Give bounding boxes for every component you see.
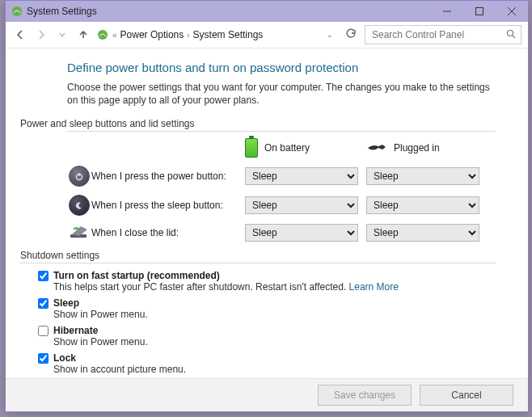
divider <box>67 131 496 132</box>
checkbox-lock[interactable] <box>38 353 49 364</box>
checkbox-fast-startup[interactable] <box>38 271 49 281</box>
search-input[interactable] <box>370 28 506 41</box>
label-lock: Lock <box>53 352 76 364</box>
app-icon <box>11 5 23 18</box>
column-headers: On battery Plugged in <box>67 138 496 158</box>
navbar: « Power Options › System Settings ⌄ <box>6 22 528 48</box>
shutdown-hibernate: Hibernate Show in Power menu. <box>38 325 496 348</box>
section-shutdown-label: Shutdown settings <box>20 250 496 261</box>
cancel-button[interactable]: Cancel <box>420 385 513 406</box>
maximize-button[interactable] <box>463 1 496 22</box>
forward-button[interactable] <box>33 27 49 43</box>
back-button[interactable] <box>12 27 28 43</box>
window-controls <box>431 1 528 22</box>
svg-point-0 <box>12 6 22 16</box>
label-fast-startup: Turn on fast startup (recommended) <box>53 270 220 281</box>
search-box[interactable] <box>365 25 521 44</box>
svg-point-6 <box>508 30 513 36</box>
select-power-battery[interactable]: Sleep <box>245 167 358 185</box>
select-lid-battery[interactable]: Sleep <box>245 224 358 242</box>
breadcrumb-sep: « <box>112 31 117 40</box>
chevron-right-icon: › <box>187 31 189 40</box>
label-hibernate: Hibernate <box>53 325 98 336</box>
refresh-button[interactable] <box>342 28 360 42</box>
close-button[interactable] <box>496 1 528 22</box>
svg-line-7 <box>513 36 515 38</box>
breadcrumb-system-settings[interactable]: System Settings <box>193 29 264 40</box>
battery-icon <box>245 138 258 158</box>
up-button[interactable] <box>75 27 91 43</box>
footer: Save changes Cancel <box>6 378 528 411</box>
window: System Settings « Power Options › System… <box>5 0 529 412</box>
address-bar[interactable]: « Power Options › System Settings ⌄ <box>96 28 337 41</box>
label-power-button: When I press the power button: <box>91 171 245 182</box>
shutdown-fast-startup: Turn on fast startup (recommended) This … <box>38 270 496 293</box>
svg-point-5 <box>98 30 108 40</box>
row-power-button: When I press the power button: Sleep Sle… <box>67 166 496 187</box>
label-sleep-button: When I press the sleep button: <box>91 200 245 211</box>
label-sleep: Sleep <box>53 297 79 309</box>
recent-dropdown[interactable] <box>54 27 70 43</box>
lid-icon <box>67 225 91 241</box>
desc-fast-startup: This helps start your PC faster after sh… <box>53 281 349 293</box>
desc-sleep: Show in Power menu. <box>53 309 496 320</box>
link-learn-more[interactable]: Learn More <box>349 281 399 293</box>
label-close-lid: When I close the lid: <box>91 227 245 238</box>
divider <box>20 263 496 263</box>
minimize-button[interactable] <box>431 1 463 22</box>
breadcrumb-power-options[interactable]: Power Options <box>120 29 184 40</box>
search-icon <box>506 29 516 41</box>
select-sleep-plugged[interactable]: Sleep <box>366 196 479 214</box>
select-lid-plugged[interactable]: Sleep <box>366 224 479 242</box>
svg-rect-2 <box>476 8 483 15</box>
address-dropdown[interactable]: ⌄ <box>323 31 337 39</box>
desc-hibernate: Show in Power menu. <box>53 336 496 348</box>
row-sleep-button: When I press the sleep button: Sleep Sle… <box>67 195 496 216</box>
row-close-lid: When I close the lid: Sleep Sleep <box>67 224 496 242</box>
col-plugged-in: Plugged in <box>394 142 440 154</box>
checkbox-hibernate[interactable] <box>38 326 49 336</box>
window-title: System Settings <box>27 6 97 17</box>
checkbox-sleep[interactable] <box>38 298 49 309</box>
select-power-plugged[interactable]: Sleep <box>366 167 479 185</box>
page-description: Choose the power settings that you want … <box>67 81 496 107</box>
power-icon <box>67 166 91 187</box>
shutdown-lock: Lock Show in account picture menu. <box>38 352 496 375</box>
page-heading: Define power buttons and turn on passwor… <box>67 61 496 74</box>
control-panel-icon <box>96 28 109 41</box>
sleep-icon <box>67 195 91 216</box>
plug-icon <box>366 142 387 154</box>
col-on-battery: On battery <box>264 142 310 154</box>
section-power-sleep-label: Power and sleep buttons and lid settings <box>20 118 496 129</box>
desc-lock: Show in account picture menu. <box>53 364 496 375</box>
titlebar: System Settings <box>6 1 528 22</box>
shutdown-sleep: Sleep Show in Power menu. <box>38 297 496 320</box>
save-button[interactable]: Save changes <box>318 385 412 406</box>
content-area: Define power buttons and turn on passwor… <box>6 48 528 379</box>
section-shutdown: Shutdown settings Turn on fast startup (… <box>20 250 496 375</box>
select-sleep-battery[interactable]: Sleep <box>245 196 358 214</box>
